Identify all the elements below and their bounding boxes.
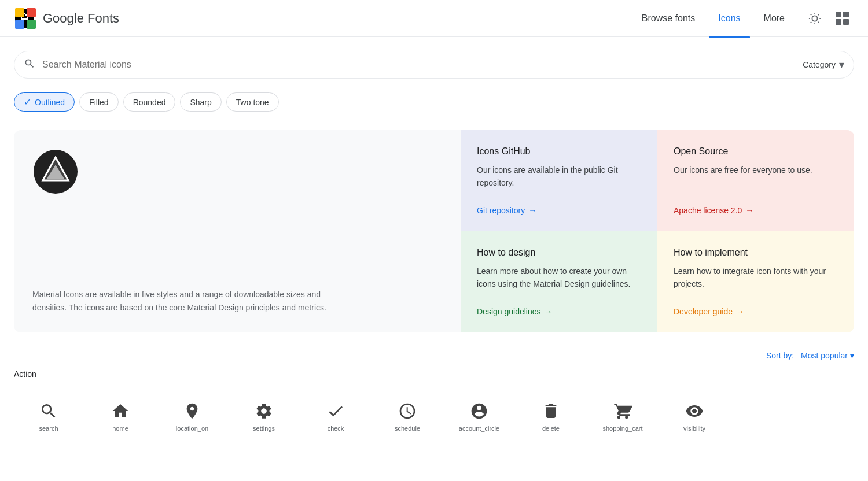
git-repository-link[interactable]: Git repository → xyxy=(477,206,641,215)
list-item[interactable]: delete xyxy=(516,388,586,446)
svg-line-8 xyxy=(811,14,811,14)
opensource-card: Open Source Our icons are free for every… xyxy=(657,130,854,231)
visibility-material-icon xyxy=(685,402,704,420)
sort-dropdown-arrow-icon: ▾ xyxy=(850,351,854,360)
chip-outlined-label: Outlined xyxy=(35,98,65,107)
icon-label: check xyxy=(328,425,344,432)
arrow-icon: → xyxy=(736,307,744,316)
info-section: Material Icons are available in five sty… xyxy=(14,130,854,332)
nav-more[interactable]: More xyxy=(755,9,794,28)
chip-rounded-label: Rounded xyxy=(133,98,166,107)
filter-chips: ✓ Outlined Filled Rounded Sharp Two tone xyxy=(0,88,868,121)
github-card: Icons GitHub Our icons are available in … xyxy=(461,130,657,231)
nav-browse-fonts[interactable]: Browse fonts xyxy=(632,9,704,28)
sort-dropdown[interactable]: Sort by: Most popular ▾ xyxy=(766,351,854,360)
chip-filled[interactable]: Filled xyxy=(79,92,118,112)
chip-filled-label: Filled xyxy=(89,98,108,107)
logo-text: Google Fonts xyxy=(43,11,119,26)
design-card-desc: Learn more about how to create your own … xyxy=(477,265,641,298)
arrow-icon: → xyxy=(528,206,536,215)
svg-rect-4 xyxy=(27,20,36,29)
search-input[interactable] xyxy=(42,60,788,70)
chip-sharp[interactable]: Sharp xyxy=(180,92,221,112)
grid-icon xyxy=(836,12,849,25)
icon-label: delete xyxy=(542,425,560,432)
svg-rect-1 xyxy=(15,8,24,17)
svg-point-5 xyxy=(812,16,817,21)
dropdown-arrow-icon: ▾ xyxy=(839,58,844,71)
shopping-cart-material-icon xyxy=(613,402,632,420)
list-item[interactable]: location_on xyxy=(157,388,227,446)
svg-line-12 xyxy=(811,21,811,22)
list-item[interactable]: visibility xyxy=(660,388,729,446)
arrow-icon: → xyxy=(545,307,553,316)
main-nav: Browse fonts Icons More xyxy=(632,9,794,28)
svg-line-9 xyxy=(818,21,819,22)
developer-guide-link[interactable]: Developer guide → xyxy=(674,307,838,316)
svg-rect-2 xyxy=(27,8,36,17)
icon-label: location_on xyxy=(176,425,208,432)
icon-label: shopping_cart xyxy=(602,425,642,432)
arrow-icon: → xyxy=(745,206,753,215)
chip-rounded[interactable]: Rounded xyxy=(123,92,176,112)
delete-material-icon xyxy=(542,402,560,420)
chip-twotone[interactable]: Two tone xyxy=(226,92,279,112)
sort-value: Most popular xyxy=(801,351,848,360)
design-card-title: How to design xyxy=(477,247,641,258)
check-material-icon xyxy=(326,402,345,420)
implement-card: How to implement Learn how to integrate … xyxy=(657,231,854,332)
list-item[interactable]: shopping_cart xyxy=(588,388,657,446)
info-cards-grid: Icons GitHub Our icons are available in … xyxy=(461,130,854,332)
list-item[interactable]: account_circle xyxy=(444,388,514,446)
github-card-title: Icons GitHub xyxy=(477,146,641,157)
info-left-panel: Material Icons are available in five sty… xyxy=(14,130,461,332)
list-item[interactable]: search xyxy=(14,388,83,446)
icon-label: schedule xyxy=(395,425,420,432)
category-label: Category xyxy=(803,60,836,69)
github-card-desc: Our icons are available in the public Gi… xyxy=(477,164,641,197)
chip-twotone-label: Two tone xyxy=(236,98,269,107)
svg-rect-3 xyxy=(15,20,24,29)
home-material-icon xyxy=(111,402,130,420)
brightness-icon xyxy=(808,12,821,25)
nav-icons[interactable]: Icons xyxy=(709,9,749,28)
design-guidelines-link[interactable]: Design guidelines → xyxy=(477,307,641,316)
category-dropdown[interactable]: Category ▾ xyxy=(793,58,844,71)
icon-label: account_circle xyxy=(459,425,499,432)
apache-license-link[interactable]: Apache license 2.0 → xyxy=(674,206,838,215)
check-icon: ✓ xyxy=(24,97,31,108)
implement-card-title: How to implement xyxy=(674,247,838,258)
list-item[interactable]: settings xyxy=(229,388,299,446)
search-bar: Category ▾ xyxy=(14,51,854,79)
search-section: Category ▾ xyxy=(0,37,868,88)
action-section: Action search home location_on settings … xyxy=(0,365,868,455)
account-circle-material-icon xyxy=(470,402,488,420)
git-repository-link-text: Git repository xyxy=(477,206,525,215)
location-material-icon xyxy=(183,402,201,420)
grid-view-button[interactable] xyxy=(831,7,854,30)
design-guidelines-link-text: Design guidelines xyxy=(477,307,541,316)
icon-label: search xyxy=(39,425,58,432)
theme-toggle-button[interactable] xyxy=(803,7,826,30)
list-item[interactable]: schedule xyxy=(373,388,442,446)
design-card: How to design Learn more about how to cr… xyxy=(461,231,657,332)
chip-outlined[interactable]: ✓ Outlined xyxy=(14,92,75,112)
icon-label: home xyxy=(112,425,128,432)
chip-sharp-label: Sharp xyxy=(190,98,211,107)
action-section-title: Action xyxy=(14,369,854,379)
header-icons xyxy=(803,7,854,30)
icon-label: settings xyxy=(253,425,275,432)
list-item[interactable]: home xyxy=(86,388,155,446)
material-icons-logo xyxy=(32,149,79,195)
schedule-material-icon xyxy=(398,402,417,420)
info-description: Material Icons are available in five sty… xyxy=(32,288,356,314)
sort-label: Sort by: xyxy=(766,351,794,360)
apache-license-link-text: Apache license 2.0 xyxy=(674,206,742,215)
opensource-card-desc: Our icons are free for everyone to use. xyxy=(674,164,838,197)
developer-guide-link-text: Developer guide xyxy=(674,307,733,316)
list-item[interactable]: check xyxy=(301,388,370,446)
icon-label: visibility xyxy=(683,425,705,432)
icon-grid: search home location_on settings check s… xyxy=(14,388,854,446)
settings-material-icon xyxy=(255,402,273,420)
search-material-icon xyxy=(39,402,58,420)
